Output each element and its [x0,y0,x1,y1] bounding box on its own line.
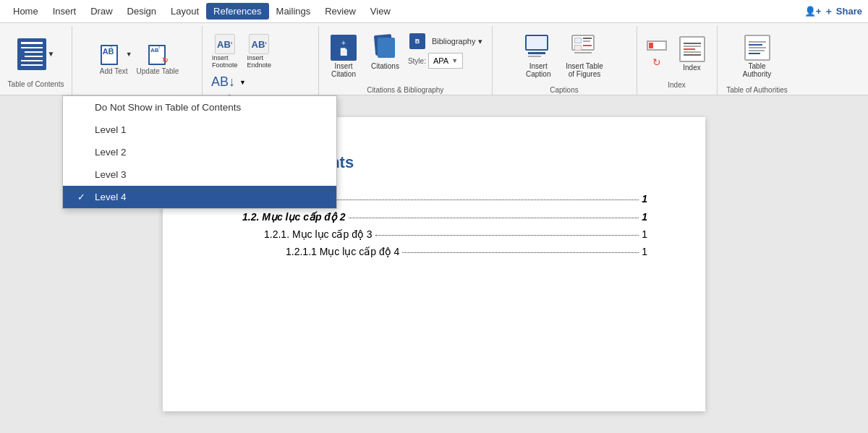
toc-dots-4 [402,252,639,253]
citations-icon [372,35,398,61]
toc-entry-2: 1.2. Mục lục cấp độ 2 1 [221,211,647,223]
next-footnote-icon: AB↓ [211,74,235,90]
dropdown-level3[interactable]: Level 3 [63,163,336,186]
insert-index-icon [679,36,705,62]
insert-index-button[interactable]: Index [673,33,711,74]
ribbon: ▼ Table of Contents AB ¹ ▼ A [0,23,868,95]
citations-section-label: Citations & Bibliography [361,84,449,97]
endnote-label: InsertEndnote [247,54,272,69]
menu-draw[interactable]: Draw [83,3,119,20]
toc-entry-4: 1.2.1.1 Mục lục cấp độ 4 1 [221,246,647,257]
insert-citation-label: Insert Citation [331,62,356,78]
toc-dots-3 [375,235,639,236]
insert-table-authority-button[interactable]: Table Authority [737,32,777,81]
next-footnote-button[interactable]: AB↓ [208,73,238,91]
toc-dropdown-arrow: ▼ [48,50,55,58]
insert-caption-icon [525,35,551,61]
menu-review[interactable]: Review [318,3,363,20]
insert-citation-icon: +📄 [331,35,357,61]
update-table-icon: AB ¹ ↻ [147,43,169,65]
toc-label: Table of Contents [5,79,67,92]
mark-entry-icon [647,40,667,51]
index-group: ↻ Index Index [637,26,718,95]
insert-table-of-figures-icon [571,35,597,61]
add-text-label: Add Text [100,67,128,75]
endnote-icon: AB¹ [249,34,269,54]
table-authority-icon [744,35,770,61]
index-label: Index [683,64,700,72]
share-button[interactable]: 👤+ ＋ Share [804,5,862,18]
dropdown-level1[interactable]: Level 1 [63,119,336,141]
toc-page-2: 1 [642,211,647,223]
menu-view[interactable]: View [363,3,398,20]
dropdown-level2[interactable]: Level 2 [63,141,336,163]
index-section-label: Index [662,79,691,92]
style-dropdown-arrow: ▼ [451,57,458,64]
add-text-dropdown[interactable]: ▼ [126,51,132,58]
toc-page-3: 1 [642,228,647,240]
footnotes-group: AB¹ InsertFootnote AB¹ InsertEndnote AB↓… [203,26,319,95]
dropdown-level4[interactable]: ✓ Level 4 [63,186,336,208]
table-of-contents-button[interactable]: ▼ [12,35,61,73]
footnote-label: InsertFootnote [212,54,238,69]
update-table-button[interactable]: AB ¹ ↻ [143,41,172,67]
toc-entry-4-text: 1.2.1.1 Mục lục cấp độ 4 [286,246,399,257]
table-authority-group: Table Authority Table of Authorities [718,26,797,95]
mark-entry-button[interactable] [643,38,671,53]
update-index-icon: ↻ [652,56,661,68]
update-table-label: Update Table [137,67,179,75]
toc-update-group: AB ¹ ▼ Add Text AB ¹ ↻ [72,26,203,95]
toc-entry-3-text: 1.2.1. Mục lục cấp độ 3 [264,228,373,240]
insert-citation-button[interactable]: +📄 Insert Citation [325,32,362,81]
menu-design[interactable]: Design [120,3,163,20]
toc-entry-3: 1.2.1. Mục lục cấp độ 3 1 [221,228,647,240]
menu-references[interactable]: References [206,3,268,20]
captions-group: Insert Caption Insert Table of Figures C… [493,26,637,95]
menu-bar: Home Insert Draw Design Layout Reference… [0,0,868,23]
share-icon: 👤+ [804,6,822,17]
style-label: Style: [408,57,426,65]
bibliography-icon-btn[interactable]: B [408,32,427,51]
update-index-button[interactable]: ↻ [643,54,671,70]
menu-home[interactable]: Home [6,3,46,20]
insert-table-of-figures-button[interactable]: Insert Table of Figures [560,32,609,81]
add-text-icon: AB ¹ [99,43,121,65]
insert-caption-button[interactable]: Insert Caption [519,32,557,81]
bibliography-button[interactable]: Bibliography ▾ [428,35,486,48]
captions-section-label: Captions [544,84,584,97]
footnote-icon: AB¹ [215,34,235,54]
table-authority-label: Table Authority [743,62,771,78]
add-text-button[interactable]: AB ¹ [95,41,124,67]
citation-style-select[interactable]: APA ▼ [428,53,463,69]
menu-layout[interactable]: Layout [163,3,206,20]
dropdown-no-show[interactable]: Do Not Show in Table of Contents [63,96,336,119]
toc-entry-2-text: 1.2. Mục lục cấp độ 2 [242,211,346,223]
toc-dots-1 [325,200,639,200]
bibliography-icon: B [409,33,425,49]
insert-table-of-figures-label: Insert Table of Figures [566,62,603,78]
toc-page-1: 1 [642,193,647,205]
next-footnote-dropdown[interactable]: ▼ [239,79,246,86]
toc-dots-2 [349,218,639,218]
insert-footnote-button[interactable]: AB¹ InsertFootnote [208,32,242,71]
citations-button[interactable]: Citations [365,32,405,73]
toc-icon [17,38,46,70]
citations-label: Citations [371,62,399,70]
insert-endnote-button[interactable]: AB¹ InsertEndnote [244,32,276,71]
insert-caption-label: Insert Caption [526,62,550,78]
toc-level-dropdown: Do Not Show in Table of Contents Level 1… [62,95,337,209]
bibliography-label: Bibliography ▾ [432,37,482,46]
toc-group: ▼ Table of Contents [0,26,72,95]
menu-insert[interactable]: Insert [46,3,84,20]
level4-check: ✓ [77,192,89,202]
menu-mailings[interactable]: Mailings [269,3,318,20]
toc-page-4: 1 [642,246,647,257]
citations-group: +📄 Insert Citation Citations B [319,26,493,95]
table-authority-section-label: Table of Authorities [720,84,793,97]
